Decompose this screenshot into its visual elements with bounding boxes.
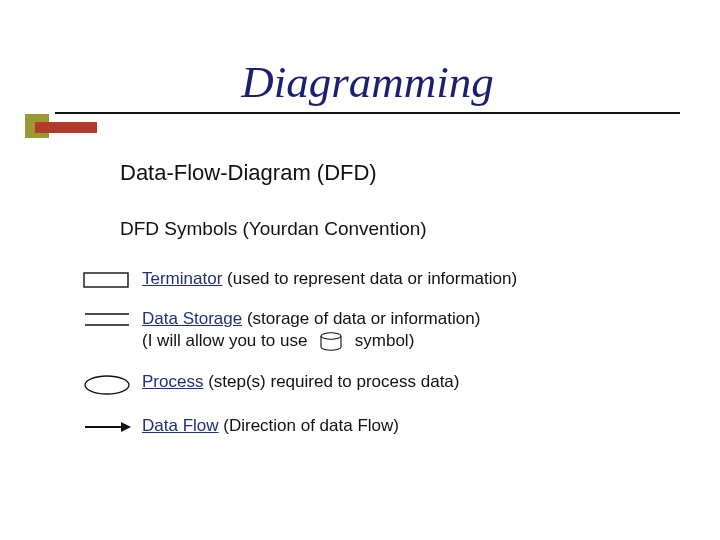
title-block: Diagramming (55, 56, 680, 114)
list-item: Terminator (used to represent data or in… (78, 268, 680, 290)
item-label: Process (142, 372, 203, 391)
list-item: Data Flow (Direction of data Flow) (78, 415, 680, 437)
item-description: Process (step(s) required to process dat… (136, 371, 680, 393)
cylinder-icon (314, 330, 348, 353)
section-heading: DFD Symbols (Yourdan Convention) (120, 218, 427, 240)
accent-decoration (25, 110, 105, 148)
svg-marker-6 (121, 422, 131, 432)
data-flow-icon (78, 415, 136, 437)
item-label: Data Storage (142, 309, 242, 328)
page-title: Diagramming (55, 56, 680, 108)
item-description: Terminator (used to represent data or in… (136, 268, 680, 290)
terminator-icon (78, 268, 136, 290)
item-label: Data Flow (142, 416, 219, 435)
subtitle: Data-Flow-Diagram (DFD) (120, 160, 377, 186)
svg-point-4 (85, 376, 129, 394)
svg-rect-0 (84, 273, 128, 287)
symbol-list: Terminator (used to represent data or in… (78, 268, 680, 455)
list-item: Process (step(s) required to process dat… (78, 371, 680, 397)
item-description: Data Flow (Direction of data Flow) (136, 415, 680, 437)
svg-point-3 (321, 332, 341, 338)
item-description: Data Storage (storage of data or informa… (136, 308, 680, 353)
data-storage-icon (78, 308, 136, 330)
process-icon (78, 371, 136, 397)
item-label: Terminator (142, 269, 222, 288)
list-item: Data Storage (storage of data or informa… (78, 308, 680, 353)
